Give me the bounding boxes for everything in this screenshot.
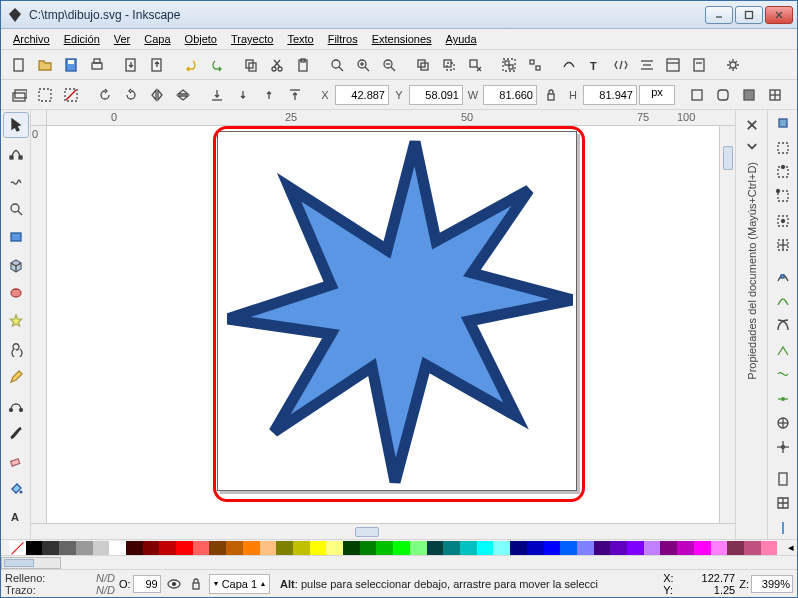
snap-node-button[interactable] xyxy=(771,266,795,288)
swatch[interactable] xyxy=(577,541,594,555)
swatch[interactable] xyxy=(527,541,544,555)
unlink-clone-button[interactable] xyxy=(463,53,487,77)
swatch[interactable] xyxy=(493,541,510,555)
snap-rotation-button[interactable] xyxy=(771,436,795,458)
redo-button[interactable] xyxy=(205,53,229,77)
menu-extensiones[interactable]: Extensiones xyxy=(366,31,438,47)
prefs-button[interactable] xyxy=(661,53,685,77)
swatch[interactable] xyxy=(644,541,661,555)
swatch[interactable] xyxy=(393,541,410,555)
zoom-input[interactable] xyxy=(751,575,793,593)
snap-enable-button[interactable] xyxy=(771,112,795,134)
swatch[interactable] xyxy=(694,541,711,555)
swatch[interactable] xyxy=(260,541,277,555)
swatch[interactable] xyxy=(126,541,143,555)
x-input[interactable] xyxy=(335,85,389,105)
swatch[interactable] xyxy=(193,541,210,555)
horizontal-scrollbar[interactable] xyxy=(31,523,735,539)
3dbox-tool[interactable] xyxy=(3,252,29,278)
swatch[interactable] xyxy=(343,541,360,555)
swatch[interactable] xyxy=(711,541,728,555)
swatch[interactable] xyxy=(376,541,393,555)
lower-button[interactable] xyxy=(231,83,255,107)
ruler-horizontal[interactable]: 0 25 50 75 100 xyxy=(47,110,735,126)
calligraphy-tool[interactable] xyxy=(3,420,29,446)
swatch[interactable] xyxy=(594,541,611,555)
xml-button[interactable] xyxy=(609,53,633,77)
zoom-drawing-button[interactable] xyxy=(351,53,375,77)
bezier-tool[interactable] xyxy=(3,392,29,418)
ellipse-tool[interactable] xyxy=(3,280,29,306)
group-button[interactable] xyxy=(497,53,521,77)
menu-ayuda[interactable]: Ayuda xyxy=(440,31,483,47)
raise-button[interactable] xyxy=(257,83,281,107)
star-tool[interactable] xyxy=(3,308,29,334)
ungroup-button[interactable] xyxy=(523,53,547,77)
align-button[interactable] xyxy=(635,53,659,77)
close-button[interactable] xyxy=(765,6,793,24)
layer-selector[interactable]: ▾ Capa 1 ▴ xyxy=(209,574,270,594)
swatch[interactable] xyxy=(660,541,677,555)
open-button[interactable] xyxy=(33,53,57,77)
h-input[interactable] xyxy=(583,85,637,105)
duplicate-button[interactable] xyxy=(411,53,435,77)
selector-tool[interactable] xyxy=(3,112,29,138)
spiral-tool[interactable] xyxy=(3,336,29,362)
swatch[interactable] xyxy=(443,541,460,555)
paste-button[interactable] xyxy=(291,53,315,77)
swatch[interactable] xyxy=(276,541,293,555)
swatch[interactable] xyxy=(677,541,694,555)
menu-archivo[interactable]: Archivo xyxy=(7,31,56,47)
print-button[interactable] xyxy=(85,53,109,77)
swatch[interactable] xyxy=(42,541,59,555)
text-tool[interactable]: A xyxy=(3,504,29,530)
rect-tool[interactable] xyxy=(3,224,29,250)
swatch[interactable] xyxy=(143,541,160,555)
layer-lock-icon[interactable] xyxy=(187,575,205,593)
snap-guide-button[interactable] xyxy=(771,517,795,539)
swatch[interactable] xyxy=(360,541,377,555)
snap-intersection-button[interactable] xyxy=(771,314,795,336)
swatch[interactable] xyxy=(544,541,561,555)
tweak-tool[interactable] xyxy=(3,168,29,194)
layer-visibility-icon[interactable] xyxy=(165,575,183,593)
export-button[interactable] xyxy=(145,53,169,77)
panel-menu-icon[interactable] xyxy=(745,140,759,154)
y-input[interactable] xyxy=(409,85,463,105)
swatch[interactable] xyxy=(477,541,494,555)
unit-select[interactable]: px xyxy=(639,85,675,105)
snap-smooth-button[interactable] xyxy=(771,363,795,385)
node-tool[interactable] xyxy=(3,140,29,166)
minimize-button[interactable] xyxy=(705,6,733,24)
swatch[interactable] xyxy=(627,541,644,555)
affect-pattern-button[interactable] xyxy=(763,83,787,107)
lock-aspect-button[interactable] xyxy=(539,83,563,107)
zoom-tool[interactable] xyxy=(3,196,29,222)
undo-button[interactable] xyxy=(179,53,203,77)
bucket-tool[interactable] xyxy=(3,476,29,502)
menu-edicion[interactable]: Edición xyxy=(58,31,106,47)
snap-bbox-midpoint-button[interactable] xyxy=(771,209,795,231)
rotate-cw-button[interactable] xyxy=(119,83,143,107)
fill-stroke-indicator[interactable]: Relleno:N/D Trazo:N/D xyxy=(5,572,115,596)
deselect-button[interactable] xyxy=(59,83,83,107)
affect-corner-button[interactable] xyxy=(711,83,735,107)
new-button[interactable] xyxy=(7,53,31,77)
swatch[interactable] xyxy=(460,541,477,555)
copy-button[interactable] xyxy=(239,53,263,77)
gear-icon[interactable] xyxy=(721,53,745,77)
swatch[interactable] xyxy=(560,541,577,555)
raise-top-button[interactable] xyxy=(283,83,307,107)
flip-v-button[interactable] xyxy=(171,83,195,107)
menu-trayecto[interactable]: Trayecto xyxy=(225,31,279,47)
clone-button[interactable] xyxy=(437,53,461,77)
menu-objeto[interactable]: Objeto xyxy=(179,31,223,47)
eraser-tool[interactable] xyxy=(3,448,29,474)
snap-cusp-button[interactable] xyxy=(771,339,795,361)
zoom-page-button[interactable] xyxy=(377,53,401,77)
swatch[interactable] xyxy=(427,541,444,555)
lower-bottom-button[interactable] xyxy=(205,83,229,107)
maximize-button[interactable] xyxy=(735,6,763,24)
docprops-button[interactable] xyxy=(687,53,711,77)
snap-bbox-edge-button[interactable] xyxy=(771,161,795,183)
